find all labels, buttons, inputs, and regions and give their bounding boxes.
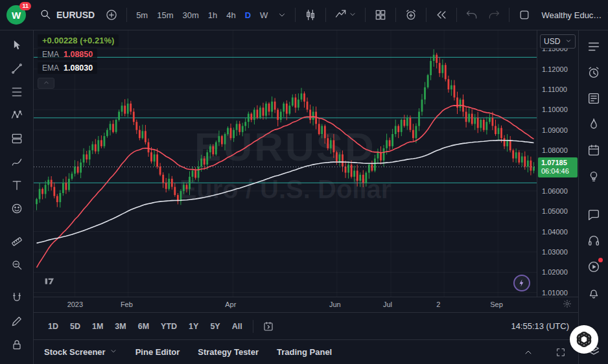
ema-slow-legend[interactable]: EMA 1.08030 (38, 62, 97, 74)
bell-icon[interactable] (583, 282, 605, 304)
axis-settings-gear-icon[interactable] (537, 297, 578, 312)
timeframe-30m[interactable]: 30m (178, 6, 203, 24)
ema-fast-value: 1.08850 (64, 50, 93, 59)
toolbar-divider (456, 8, 457, 22)
currency-label: USD (544, 37, 560, 46)
eye-icon[interactable] (5, 357, 29, 364)
right-sidebar (578, 30, 608, 364)
cursor-icon[interactable] (5, 34, 29, 56)
hotlist-icon[interactable] (583, 113, 605, 135)
chart-type-candles-icon[interactable] (300, 5, 321, 25)
compare-add-icon[interactable] (101, 5, 122, 25)
range-6m[interactable]: 6M (133, 319, 154, 334)
tradingview-logo[interactable] (41, 274, 60, 289)
timeframe-4h[interactable]: 4h (222, 6, 240, 24)
range-3m[interactable]: 3M (110, 319, 131, 334)
text-icon[interactable] (5, 174, 29, 196)
range-all[interactable]: All (227, 319, 248, 334)
symbol-search-button[interactable]: EURUSD (34, 4, 100, 27)
price-axis[interactable]: USD 1.07185 06:04:46 1.130001.120001.110… (537, 30, 578, 297)
news-icon[interactable] (583, 87, 605, 109)
price-change-label: +0.00228 (+0.21%) (38, 34, 119, 47)
time-axis-label: 2023 (67, 301, 83, 308)
last-price-value: 1.07185 (541, 159, 574, 168)
chevron-down-icon (349, 10, 357, 20)
last-price-badge: 1.07185 06:04:46 (538, 157, 578, 177)
pattern-icon[interactable] (5, 104, 29, 126)
alert-plus-icon[interactable] (401, 5, 421, 25)
chat-icon[interactable] (583, 204, 605, 226)
utc-clock[interactable]: 14:55:13 (UTC) (511, 321, 569, 331)
tab-trading-panel[interactable]: Trading Panel (277, 347, 332, 357)
chatgpt-logo[interactable] (570, 325, 598, 354)
emoji-icon[interactable] (5, 198, 29, 220)
save-layout-icon[interactable] (514, 5, 535, 25)
price-axis-label: 1.02000 (542, 268, 568, 276)
panel-maximize-icon[interactable] (554, 345, 568, 359)
zoom-icon[interactable] (5, 254, 29, 276)
bottom-panel-tabs: Stock ScreenerPine EditorStrategy Tester… (34, 339, 578, 364)
tradingview-app: W 11 EURUSD 5m15m30m1h4hDW Wealthy Educ… (0, 0, 608, 364)
multichart-layout-icon[interactable] (370, 5, 391, 25)
watchlist-icon[interactable] (583, 36, 605, 58)
toolbar-divider (395, 8, 396, 22)
collapse-legend-button[interactable] (38, 78, 54, 89)
range-toolbar: 1D5D1M3M6MYTD1Y5YAll 14:55:13 (UTC) (34, 312, 578, 339)
redo-icon[interactable] (484, 5, 504, 25)
bar-countdown: 06:04:46 (541, 167, 574, 176)
ema-label: EMA (42, 50, 59, 59)
timeframe-15m[interactable]: 15m (152, 6, 178, 24)
symbol-name: EURUSD (56, 10, 95, 20)
lightning-button[interactable] (513, 275, 530, 291)
range-1m[interactable]: 1M (87, 319, 108, 334)
time-axis-label: 2 (436, 301, 440, 308)
price-axis-label: 1.11000 (542, 85, 567, 93)
tab-stock-screener[interactable]: Stock Screener (44, 347, 117, 357)
layout-account-button[interactable]: Wealthy Educ… (536, 6, 608, 24)
go-to-date-button[interactable] (259, 317, 278, 336)
range-1d[interactable]: 1D (43, 319, 64, 334)
chart-legend: +0.00228 (+0.21%) EMA 1.08850 EMA 1.0803… (38, 34, 119, 89)
trendline-icon[interactable] (5, 58, 29, 80)
timeframe-D[interactable]: D (240, 6, 255, 24)
time-axis-label: Sep (490, 301, 503, 308)
calendar-icon[interactable] (583, 139, 605, 161)
timeframe-W[interactable]: W (255, 6, 272, 24)
lock-icon[interactable] (5, 334, 29, 356)
alert-icon[interactable] (583, 62, 605, 84)
range-1y[interactable]: 1Y (183, 319, 204, 334)
ideas-icon[interactable] (583, 165, 605, 187)
position-icon[interactable] (5, 128, 29, 150)
streams-icon[interactable] (583, 230, 605, 252)
pencil-icon[interactable] (5, 310, 29, 332)
time-axis-labels: 2023FebAprJunJul2Sep (34, 297, 537, 312)
timeframe-5m[interactable]: 5m (132, 6, 152, 24)
indicators-icon[interactable] (331, 4, 360, 27)
live-icon[interactable] (583, 256, 605, 278)
timeframe-group: 5m15m30m1h4hDW (132, 6, 272, 24)
ema-fast-legend[interactable]: EMA 1.08850 (38, 49, 97, 60)
ruler-icon[interactable] (5, 231, 29, 253)
time-axis-label: Feb (121, 301, 133, 308)
chart-plot[interactable]: EURUSD Euro / U.S. Dollar +0.00228 (+0.2… (34, 30, 537, 297)
timeframe-1h[interactable]: 1h (204, 6, 222, 24)
tab-pine-editor[interactable]: Pine Editor (135, 347, 180, 357)
price-axis-label: 1.06000 (542, 187, 568, 195)
range-5d[interactable]: 5D (65, 319, 86, 334)
range-5y[interactable]: 5Y (205, 319, 225, 334)
brush-icon[interactable] (5, 151, 29, 173)
magnet-icon[interactable] (5, 287, 29, 309)
currency-dropdown[interactable]: USD (540, 34, 576, 49)
undo-icon[interactable] (462, 5, 482, 25)
range-ytd[interactable]: YTD (156, 319, 182, 334)
ema-slow-value: 1.08030 (64, 63, 93, 73)
toolbar-divider (426, 8, 427, 22)
tab-strategy-tester[interactable]: Strategy Tester (198, 347, 259, 357)
time-axis[interactable]: 2023FebAprJunJul2Sep (34, 297, 578, 312)
timeframe-menu-chevron-icon[interactable] (274, 6, 290, 23)
main-menu-button[interactable]: W 11 (6, 5, 26, 25)
fib-icon[interactable] (5, 81, 29, 103)
panel-expand-chevron-icon[interactable] (521, 345, 535, 359)
time-axis-label: Jun (329, 301, 341, 308)
bar-replay-icon[interactable] (431, 5, 452, 25)
